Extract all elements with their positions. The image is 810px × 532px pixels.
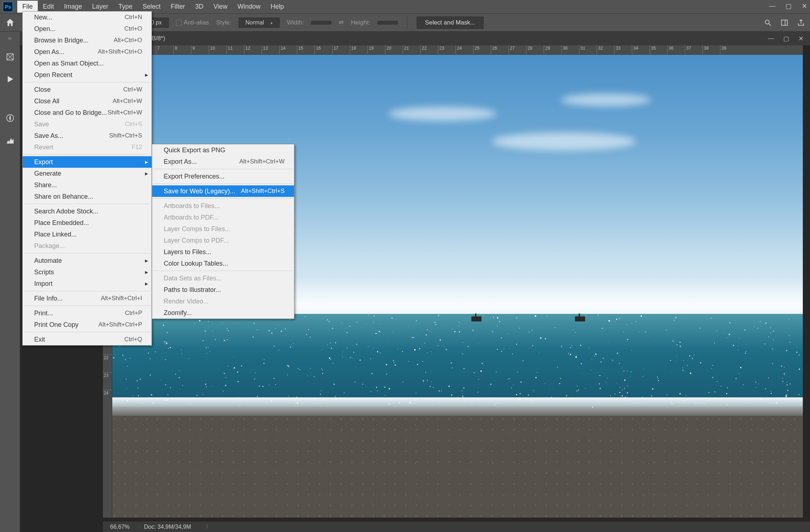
share-icon[interactable] (797, 19, 805, 27)
menu-separator (153, 169, 293, 169)
zoom-level[interactable]: 66,67% (110, 524, 130, 530)
ruler-tick: 28 (526, 45, 544, 54)
ruler-tick: 25 (473, 45, 491, 54)
file-menu-item-export[interactable]: Export▶ (23, 156, 151, 168)
play-icon[interactable] (4, 73, 17, 86)
export-menu-item-layer-comps-to-files: Layer Comps to Files... (152, 223, 294, 235)
menu-item-label: New... (34, 13, 52, 22)
file-menu-item-search-adobe-stock[interactable]: Search Adobe Stock... (23, 206, 151, 217)
ruler-tick: 36 (667, 45, 685, 54)
file-menu-item-open[interactable]: Open...Ctrl+O (23, 23, 151, 35)
menu-item-shortcut: Ctrl+P (125, 309, 142, 317)
doc-size-info[interactable]: Doc: 34,9M/34,9M (144, 524, 191, 530)
file-menu-item-revert: RevertF12 (23, 141, 151, 153)
anti-alias-checkbox[interactable]: Anti-alias (176, 19, 209, 26)
menu-item-shortcut: Shift+Ctrl+S (109, 131, 142, 140)
export-menu-item-color-lookup-tables[interactable]: Color Lookup Tables... (152, 258, 294, 269)
menu-item-shortcut: Ctrl+Q (124, 335, 142, 344)
menu-view[interactable]: View (208, 1, 232, 13)
doc-minimize-icon[interactable]: — (768, 35, 774, 42)
histogram-tool-icon[interactable] (4, 134, 17, 147)
submenu-arrow-icon: ▶ (145, 169, 148, 178)
file-menu-item-close-all[interactable]: Close AllAlt+Ctrl+W (23, 95, 151, 107)
menu-item-shortcut: Alt+Ctrl+O (114, 36, 142, 45)
ruler-tick: 38 (702, 45, 720, 54)
file-menu-item-print[interactable]: Print...Ctrl+P (23, 307, 151, 319)
menu-item-shortcut: Ctrl+S (125, 120, 142, 129)
workspace-switcher-icon[interactable] (780, 19, 788, 27)
submenu-arrow-icon: ▶ (145, 256, 148, 265)
select-and-mask-button[interactable]: Select and Mask... (417, 17, 484, 29)
file-menu-item-import[interactable]: Import▶ (23, 278, 151, 289)
maximize-button[interactable]: ▢ (786, 2, 792, 10)
file-menu-item-new[interactable]: New...Ctrl+N (23, 12, 151, 23)
swap-dimensions-icon[interactable]: ⇄ (339, 19, 344, 26)
ruler-tick: 18 (350, 45, 367, 54)
search-icon[interactable] (764, 19, 772, 27)
file-menu-item-print-one-copy[interactable]: Print One CopyAlt+Shift+Ctrl+P (23, 319, 151, 330)
export-menu-item-layer-comps-to-pdf: Layer Comps to PDF... (152, 235, 294, 246)
ruler-tick: 16 (315, 45, 332, 54)
file-menu-item-place-linked[interactable]: Place Linked... (23, 229, 151, 240)
export-menu-item-artboards-to-files: Artboards to Files... (152, 200, 294, 212)
file-menu-item-close-and-go-to-bridge[interactable]: Close and Go to Bridge...Shift+Ctrl+W (23, 107, 151, 118)
file-menu-item-place-embedded[interactable]: Place Embedded... (23, 217, 151, 229)
export-menu-item-zoomify[interactable]: Zoomify... (152, 307, 294, 319)
file-menu-item-open-as-smart-object[interactable]: Open as Smart Object... (23, 58, 151, 69)
close-button[interactable]: ✕ (802, 2, 807, 10)
status-arrow-icon[interactable]: 〉 (205, 523, 211, 531)
file-menu-item-automate[interactable]: Automate▶ (23, 255, 151, 266)
svg-line-2 (769, 23, 771, 26)
file-menu-item-open-recent[interactable]: Open Recent▶ (23, 69, 151, 81)
divider (407, 17, 407, 29)
menu-separator (23, 154, 151, 155)
frame-tool-icon[interactable] (4, 50, 17, 63)
doc-maximize-icon[interactable]: ▢ (783, 35, 789, 42)
app-logo-icon: Ps (3, 2, 13, 12)
export-menu-item-export-as[interactable]: Export As...Alt+Shift+Ctrl+W (152, 156, 294, 167)
menu-3d[interactable]: 3D (190, 1, 208, 13)
file-menu-item-save-as[interactable]: Save As...Shift+Ctrl+S (23, 130, 151, 141)
file-menu-item-share-on-behance[interactable]: Share on Behance... (23, 191, 151, 202)
export-menu-item-export-preferences[interactable]: Export Preferences... (152, 171, 294, 182)
menu-separator (23, 204, 151, 204)
collapse-toolbar-icon[interactable]: ›› (8, 35, 12, 41)
home-icon[interactable] (5, 18, 15, 28)
file-menu-item-generate[interactable]: Generate▶ (23, 168, 151, 179)
export-menu-item-layers-to-files[interactable]: Layers to Files... (152, 246, 294, 258)
menu-item-label: Close and Go to Bridge... (34, 108, 107, 117)
menu-item-label: Save (34, 120, 49, 129)
menu-item-shortcut: Alt+Shift+Ctrl+I (101, 294, 142, 303)
file-menu-item-exit[interactable]: ExitCtrl+Q (23, 334, 151, 345)
menu-window[interactable]: Window (232, 1, 266, 13)
menu-filter[interactable]: Filter (166, 1, 190, 13)
ruler-tick: 20 (385, 45, 403, 54)
menu-item-label: Export Preferences... (164, 172, 225, 181)
menu-item-label: Color Lookup Tables... (164, 259, 228, 268)
file-menu-item-scripts[interactable]: Scripts▶ (23, 266, 151, 278)
width-input[interactable] (311, 21, 331, 24)
horizontal-ruler[interactable]: 4567891011121314151617181920212223242526… (103, 45, 803, 55)
height-input[interactable] (377, 21, 398, 24)
compass-tool-icon[interactable] (4, 112, 17, 125)
menu-item-label: Print... (34, 309, 53, 317)
menu-help[interactable]: Help (266, 1, 289, 13)
beach-region (112, 416, 803, 518)
export-menu-item-quick-export-as-png[interactable]: Quick Export as PNG (152, 144, 294, 156)
file-menu-item-share[interactable]: Share... (23, 179, 151, 191)
doc-close-icon[interactable]: ✕ (798, 35, 804, 42)
menu-item-label: File Info... (34, 294, 63, 303)
export-menu-item-save-for-web-legacy[interactable]: Save for Web (Legacy)...Alt+Shift+Ctrl+S (152, 185, 294, 197)
menu-item-shortcut: Ctrl+O (124, 24, 142, 33)
menu-item-label: Export As... (164, 157, 197, 166)
style-select[interactable]: Normal ▾ (239, 18, 280, 28)
export-menu-item-paths-to-illustrator[interactable]: Paths to Illustrator... (152, 284, 294, 296)
minimize-button[interactable]: — (769, 2, 775, 10)
menu-item-label: Layer Comps to PDF... (164, 236, 229, 245)
ruler-tick: 17 (332, 45, 350, 54)
ruler-tick: 22 (420, 45, 438, 54)
file-menu-item-file-info[interactable]: File Info...Alt+Shift+Ctrl+I (23, 293, 151, 304)
file-menu-item-open-as[interactable]: Open As...Alt+Shift+Ctrl+O (23, 46, 151, 58)
file-menu-item-browse-in-bridge[interactable]: Browse in Bridge...Alt+Ctrl+O (23, 35, 151, 46)
file-menu-item-close[interactable]: CloseCtrl+W (23, 84, 151, 95)
